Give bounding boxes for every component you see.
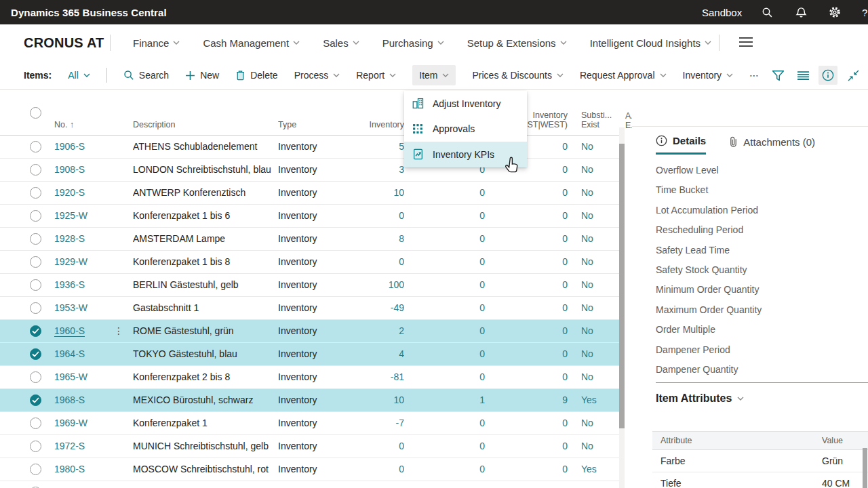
column-header-no[interactable]: No. ↑ <box>54 120 114 129</box>
cell-inventory[interactable]: 4 <box>343 343 404 365</box>
table-row-1968-S[interactable]: 1968-SMEXICO Bürostuhl, schwarzInventory… <box>0 389 619 412</box>
action-prices-discounts[interactable]: Prices & Discounts <box>472 70 563 81</box>
cell-no[interactable]: 1968-S <box>54 389 114 411</box>
nav-item-purchasing[interactable]: Purchasing <box>382 37 444 49</box>
cell-inventory[interactable]: -49 <box>343 297 404 319</box>
item-no-link[interactable]: 1929-W <box>54 256 87 267</box>
cell-substitutes-exist[interactable]: No <box>581 435 619 458</box>
column-header-type[interactable]: Type <box>278 120 343 129</box>
row-checkbox[interactable] <box>30 302 41 314</box>
show-list-icon[interactable] <box>793 66 812 85</box>
cell-inventory-ostwest[interactable]: 0 <box>498 297 568 319</box>
list-scrollbar[interactable] <box>619 127 625 488</box>
table-row-1965-W[interactable]: 1965-WKonferenzpaket 2 bis 8Inventory-81… <box>0 366 619 389</box>
cell-inventory-ostwest[interactable]: 0 <box>498 274 568 296</box>
action-inventory[interactable]: Inventory <box>683 70 734 81</box>
cell-inventory-2[interactable]: 0 <box>416 251 485 273</box>
cell-inventory-ostwest[interactable]: 0 <box>498 251 568 273</box>
action-all[interactable]: All <box>68 70 90 81</box>
cell-substitutes-exist[interactable]: Yes <box>581 458 619 481</box>
item-attributes-section-header[interactable]: Item Attributes <box>656 392 744 405</box>
cell-inventory[interactable]: 2 <box>343 320 404 342</box>
cell-substitutes-exist[interactable]: No <box>581 297 619 319</box>
item-no-link[interactable]: 1969-W <box>54 418 87 428</box>
cell-substitutes-exist[interactable]: No <box>581 320 619 342</box>
cell-no[interactable]: 1965-W <box>54 366 114 388</box>
table-row-1960-S[interactable]: 1960-S⋮ROME Gästestuhl, grünInventory200… <box>0 320 619 343</box>
cell-inventory-ostwest[interactable]: 0 <box>498 458 568 481</box>
cell-no[interactable]: 1906-S <box>54 136 114 158</box>
cell-inventory[interactable]: 0 <box>343 205 404 227</box>
factbox-tab-details[interactable]: Details <box>656 135 706 155</box>
menu-item-approvals[interactable]: Approvals <box>404 117 527 142</box>
column-header-ae[interactable]: A...E... <box>625 111 632 130</box>
cell-inventory-2[interactable]: 0 <box>416 343 485 365</box>
select-all-checkbox[interactable] <box>30 107 41 119</box>
cell-inventory-2[interactable]: 0 <box>416 320 485 342</box>
cell-substitutes-exist[interactable]: No <box>581 205 619 227</box>
table-row-1964-S[interactable]: 1964-STOKYO Gästestuhl, blauInventory400… <box>0 343 619 366</box>
table-row-1972-S[interactable]: 1972-SMUNICH Schreibtischstuhl, gelbInve… <box>0 435 619 458</box>
item-no-link[interactable]: 1920-S <box>54 187 85 198</box>
cell-no[interactable]: 1929-W <box>54 251 114 273</box>
action-item[interactable]: Item <box>412 65 456 85</box>
table-row-1920-S[interactable]: 1920-SANTWERP KonferenztischInventory100… <box>0 182 619 205</box>
cell-inventory[interactable]: 0 <box>343 251 404 273</box>
action-search[interactable]: Search <box>123 70 169 81</box>
gear-icon[interactable] <box>829 0 841 24</box>
row-checkbox[interactable] <box>30 256 41 268</box>
table-row-1980-S[interactable]: 1980-SMOSCOW Schreibtischstuhl, rotInven… <box>0 458 619 481</box>
item-no-link[interactable]: 1980-S <box>54 464 85 474</box>
cell-inventory-ostwest[interactable]: 0 <box>498 366 568 388</box>
action--[interactable]: ⋯ <box>749 70 759 81</box>
cell-inventory-2[interactable]: 0 <box>416 412 485 434</box>
nav-item-cash-management[interactable]: Cash Management <box>203 37 300 49</box>
cell-no[interactable]: 1953-W <box>54 297 114 319</box>
table-row-1969-W[interactable]: 1969-WKonferenzpaket 1Inventory-700No <box>0 412 619 435</box>
cell-no[interactable]: 1964-S <box>54 343 114 365</box>
cell-inventory-ostwest[interactable]: 0 <box>498 182 568 204</box>
hamburger-menu-icon[interactable] <box>739 37 753 49</box>
cell-substitutes-exist[interactable]: No <box>581 182 619 204</box>
cell-inventory[interactable]: 8 <box>343 228 404 250</box>
row-checkbox[interactable] <box>30 141 41 152</box>
cell-inventory[interactable]: 5 <box>343 136 404 158</box>
column-header-subst[interactable]: Substi...Exist <box>581 110 619 129</box>
collapse-factbox-icon[interactable] <box>844 66 863 85</box>
filter-icon[interactable] <box>768 66 787 85</box>
cell-inventory-2[interactable]: 0 <box>416 366 485 388</box>
action-report[interactable]: Report <box>356 70 396 81</box>
nav-item-sales[interactable]: Sales <box>323 37 359 49</box>
row-checkbox[interactable] <box>30 210 41 222</box>
row-checkbox[interactable] <box>30 441 41 452</box>
list-scrollbar-thumb[interactable] <box>619 144 625 428</box>
action-request-approval[interactable]: Request Approval <box>580 70 667 81</box>
row-checkbox[interactable] <box>30 164 41 176</box>
item-no-link[interactable]: 1964-S <box>54 348 85 359</box>
table-row-1929-W[interactable]: 1929-WKonferenzpaket 1 bis 8Inventory000… <box>0 251 619 274</box>
column-header-desc[interactable]: Description <box>133 120 274 129</box>
item-no-link[interactable]: 1965-W <box>54 371 87 382</box>
table-row-1953-W[interactable]: 1953-WGastabschnitt 1Inventory-4900No <box>0 297 619 320</box>
row-checkbox-checked[interactable] <box>30 348 41 360</box>
cell-inventory-ostwest[interactable]: 0 <box>498 205 568 227</box>
row-checkbox-checked[interactable] <box>30 325 41 337</box>
factbox-scrollbar-thumb[interactable] <box>863 448 867 488</box>
table-row-1928-S[interactable]: 1928-SAMSTERDAM LampeInventory800No <box>0 228 619 251</box>
cell-inventory-2[interactable]: 0 <box>416 205 485 227</box>
row-checkbox-checked[interactable] <box>30 394 41 406</box>
column-header-inv[interactable]: Inventory <box>343 120 404 129</box>
cell-inventory-2[interactable]: 0 <box>416 182 485 204</box>
menu-item-adjust-inventory[interactable]: Adjust Inventory <box>404 91 527 117</box>
cell-inventory-ostwest[interactable]: 9 <box>498 389 568 411</box>
cell-inventory-2[interactable]: 0 <box>416 435 485 458</box>
cell-inventory-ostwest[interactable]: 0 <box>498 320 568 342</box>
cell-inventory[interactable]: 10 <box>343 182 404 204</box>
cell-inventory-ostwest[interactable]: 0 <box>498 435 568 458</box>
search-icon[interactable] <box>761 0 773 24</box>
cell-substitutes-exist[interactable]: No <box>581 366 619 388</box>
menu-item-inventory-kpis[interactable]: Inventory KPIs <box>404 142 527 167</box>
environment-badge[interactable]: Sandbox <box>702 0 742 24</box>
item-no-link[interactable]: 1925-W <box>54 210 87 221</box>
cell-no[interactable]: 1936-S <box>54 274 114 296</box>
